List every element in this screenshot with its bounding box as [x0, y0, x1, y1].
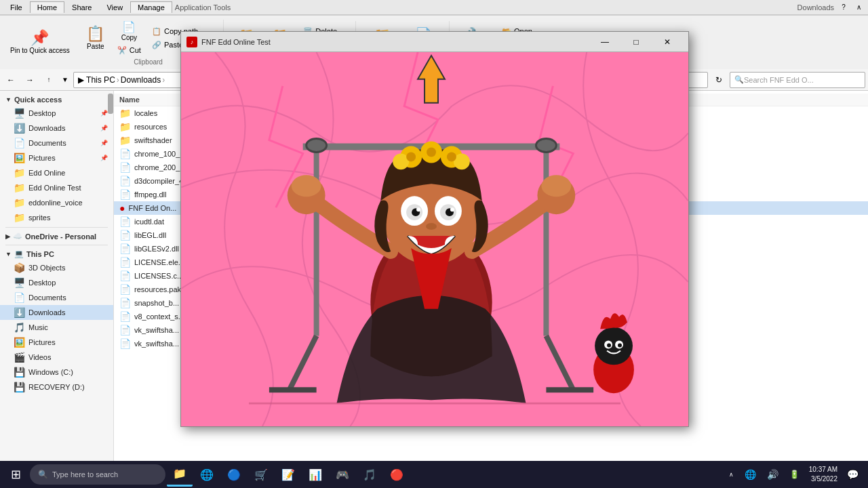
- collapse-ribbon-button[interactable]: ∧: [852, 1, 865, 14]
- cut-button[interactable]: ✂️ Cut: [113, 44, 146, 57]
- sidebar-item-downloads-qa[interactable]: ⬇️ Downloads 📌: [0, 121, 113, 136]
- file-icon: 📄: [119, 338, 131, 349]
- downloads-thispc-label: Downloads: [28, 308, 65, 317]
- sidebar-item-pictures-qa[interactable]: 🖼️ Pictures 📌: [0, 150, 113, 165]
- file-icon: 📄: [119, 230, 131, 241]
- up-button[interactable]: ↑: [41, 72, 57, 88]
- sidebar-item-videos[interactable]: 🎬 Videos: [0, 350, 113, 365]
- copy-icon: 📄: [122, 22, 136, 33]
- help-button[interactable]: ?: [837, 1, 850, 14]
- file-icon: 📄: [119, 189, 131, 200]
- sidebar-item-3dobjects[interactable]: 📦 3D Objects: [0, 260, 113, 275]
- ribbon-tabs-row: File Home Share View Manage Application …: [0, 0, 868, 15]
- paste-button[interactable]: 📋 Paste: [80, 24, 111, 52]
- copy-path-icon: 📋: [152, 27, 161, 36]
- window-controls-outer: ? ∧: [837, 1, 865, 14]
- sidebar-item-edd-online-test[interactable]: 📁 Edd Online Test: [0, 180, 113, 195]
- tab-apptools[interactable]: Application Tools: [175, 3, 231, 12]
- tab-home[interactable]: Home: [30, 1, 64, 13]
- sidebar-item-documents-qa[interactable]: 📄 Documents 📌: [0, 136, 113, 150]
- fnf-close-button[interactable]: ✕: [652, 32, 683, 52]
- onedrive-label: OneDrive - Personal: [25, 232, 96, 241]
- sidebar-item-eddonline-voice[interactable]: 📁 eddonline_voice: [0, 195, 113, 210]
- sidebar-item-documents-thispc[interactable]: 📄 Documents: [0, 290, 113, 305]
- quick-access-header[interactable]: ▼ Quick access: [0, 94, 113, 106]
- sidebar-item-music[interactable]: 🎵 Music: [0, 320, 113, 335]
- fnf-window: ♪ FNF Edd Online Test — □ ✕: [180, 31, 689, 427]
- sidebar-item-sprites[interactable]: 📁 sprites: [0, 210, 113, 225]
- taskbar-powerpoint[interactable]: 📊: [302, 462, 328, 487]
- sidebar-item-desktop[interactable]: 🖥️ Desktop 📌: [0, 106, 113, 121]
- taskbar-clock[interactable]: 10:37 AM 3/5/2022: [806, 465, 840, 484]
- sidebar-item-recovery-d[interactable]: 💾 RECOVERY (D:): [0, 380, 113, 394]
- onedrive-chevron: ▶: [5, 233, 10, 240]
- thispc-chevron: ▼: [5, 251, 12, 258]
- system-tray-expand[interactable]: ∧: [725, 462, 738, 487]
- network-icon[interactable]: 🌐: [741, 462, 760, 487]
- taskbar-search[interactable]: 🔍 Type here to search: [30, 464, 165, 485]
- recovery-d-icon: 💾: [14, 382, 25, 392]
- pictures-thispc-label: Pictures: [28, 338, 56, 346]
- path-part-downloads[interactable]: Downloads: [121, 75, 161, 85]
- search-placeholder: Search FNF Edd O...: [744, 76, 814, 84]
- window-title-label: Downloads: [797, 3, 834, 12]
- copy-button[interactable]: 📄 Copy: [113, 20, 146, 43]
- thispc-header[interactable]: ▼ 💻 This PC: [0, 247, 113, 260]
- taskbar-word[interactable]: 📝: [275, 462, 301, 487]
- sidebar-item-desktop-thispc[interactable]: 🖥️ Desktop: [0, 275, 113, 290]
- eddonline-voice-icon: 📁: [14, 197, 25, 208]
- fnf-maximize-button[interactable]: □: [620, 32, 652, 52]
- sidebar-documents-qa-label: Documents: [28, 139, 66, 147]
- tab-view[interactable]: View: [99, 1, 130, 13]
- svg-point-23: [427, 147, 436, 157]
- music-label: Music: [28, 323, 48, 331]
- svg-point-32: [450, 207, 454, 211]
- sidebar-desktop-label: Desktop: [28, 109, 56, 117]
- back-button[interactable]: ←: [3, 72, 19, 88]
- taskbar-search-icon: 🔍: [38, 470, 48, 479]
- thispc-icon: 💻: [14, 249, 24, 258]
- onedrive-header[interactable]: ▶ ☁️ OneDrive - Personal: [0, 230, 113, 243]
- file-icon: 📄: [119, 148, 131, 159]
- sidebar-item-downloads-thispc[interactable]: ⬇️ Downloads: [0, 305, 113, 320]
- taskbar-file-explorer[interactable]: 📁: [167, 462, 193, 487]
- taskbar-edge[interactable]: 🌐: [194, 462, 220, 487]
- path-separator-2: ›: [162, 75, 165, 85]
- fnf-app-icon: ♪: [186, 37, 197, 47]
- file-icon: 📄: [119, 243, 131, 254]
- taskbar-media[interactable]: 🎵: [357, 462, 382, 487]
- cut-label: Cut: [130, 46, 141, 54]
- taskbar-system-tray: ∧ 🌐 🔊 🔋 10:37 AM 3/5/2022 💬: [725, 462, 865, 487]
- dropdown-button[interactable]: ▼: [60, 72, 71, 88]
- tab-share[interactable]: Share: [64, 1, 99, 13]
- start-button[interactable]: ⊞: [3, 462, 28, 487]
- sidebar-edd-online-test-label: Edd Online Test: [28, 184, 81, 192]
- forward-button[interactable]: →: [22, 72, 38, 88]
- sidebar-pictures-qa-label: Pictures: [28, 154, 56, 162]
- svg-point-24: [447, 152, 456, 161]
- search-box[interactable]: 🔍 Search FNF Edd O...: [730, 72, 865, 88]
- fnf-minimize-button[interactable]: —: [589, 32, 620, 52]
- taskbar-fnf[interactable]: 🔴: [384, 462, 410, 487]
- tab-file[interactable]: File: [3, 1, 30, 13]
- pin-indicator: 📌: [100, 110, 108, 117]
- taskbar-store[interactable]: 🛒: [248, 462, 274, 487]
- refresh-button[interactable]: ↻: [711, 72, 727, 88]
- sidebar-item-windows-c[interactable]: 💾 Windows (C:): [0, 365, 113, 380]
- notification-icon[interactable]: 💬: [843, 462, 863, 487]
- videos-label: Videos: [28, 353, 51, 361]
- tab-manage[interactable]: Manage: [130, 1, 172, 13]
- taskbar-game1[interactable]: 🎮: [330, 462, 355, 487]
- sidebar-item-edd-online[interactable]: 📁 Edd Online: [0, 165, 113, 180]
- volume-icon[interactable]: 🔊: [763, 462, 783, 487]
- pin-quick-access-button[interactable]: 📌 Pin to Quick access: [5, 28, 75, 57]
- onedrive-icon: ☁️: [13, 232, 22, 241]
- taskbar-date: 3/5/2022: [811, 474, 837, 484]
- taskbar-chrome[interactable]: 🔵: [221, 462, 247, 487]
- paste-label: Paste: [87, 43, 104, 50]
- battery-icon[interactable]: 🔋: [785, 462, 804, 487]
- edd-online-test-icon: 📁: [14, 182, 25, 193]
- taskbar-search-text: Type here to search: [52, 470, 118, 479]
- path-part-thispc[interactable]: ▶ This PC: [78, 75, 115, 85]
- sidebar-item-pictures-thispc[interactable]: 🖼️ Pictures: [0, 335, 113, 350]
